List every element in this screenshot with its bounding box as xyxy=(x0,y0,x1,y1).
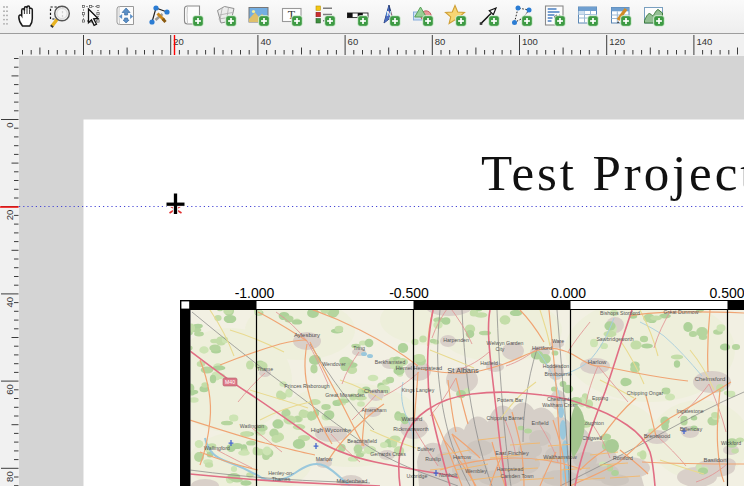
svg-text:Kings Langley: Kings Langley xyxy=(402,387,435,393)
svg-text:Harlow: Harlow xyxy=(588,359,607,365)
svg-text:0.500: 0.500 xyxy=(709,285,744,301)
svg-text:Test Project: Test Project xyxy=(481,145,744,201)
svg-text:Hoddesdon: Hoddesdon xyxy=(543,363,570,369)
svg-text:East Finchley: East Finchley xyxy=(495,450,529,456)
svg-text:St Albans: St Albans xyxy=(447,366,479,375)
svg-text:Tring: Tring xyxy=(353,345,365,351)
svg-text:Princes Risborough: Princes Risborough xyxy=(284,383,329,389)
svg-text:Waltham Cross: Waltham Cross xyxy=(542,402,578,408)
svg-text:20: 20 xyxy=(4,210,15,221)
svg-text:City: City xyxy=(496,346,505,352)
svg-text:Billericay: Billericay xyxy=(680,426,703,432)
svg-text:Gerrards Cross: Gerrards Cross xyxy=(370,451,406,457)
svg-text:Chipping Barnet: Chipping Barnet xyxy=(486,415,524,421)
svg-text:60: 60 xyxy=(4,384,15,395)
svg-text:Camden Town: Camden Town xyxy=(500,473,533,479)
svg-text:Wallingford: Wallingford xyxy=(204,445,230,451)
svg-text:N: N xyxy=(386,10,391,17)
svg-text:Broxbourne: Broxbourne xyxy=(545,371,572,377)
svg-text:M40: M40 xyxy=(225,379,235,385)
svg-text:Great Missenden: Great Missenden xyxy=(325,392,365,398)
svg-text:Beaconsfield: Beaconsfield xyxy=(347,438,377,444)
svg-text:0: 0 xyxy=(86,36,91,47)
svg-text:Basildon: Basildon xyxy=(703,457,726,463)
svg-text:Bushey: Bushey xyxy=(417,446,435,452)
svg-text:Amersham: Amersham xyxy=(361,407,386,413)
svg-text:Potters Bar: Potters Bar xyxy=(497,397,523,403)
svg-text:100: 100 xyxy=(522,36,538,47)
svg-text:Wendover: Wendover xyxy=(322,361,346,367)
svg-text:Marlow: Marlow xyxy=(316,456,333,462)
svg-text:Thames: Thames xyxy=(272,476,291,482)
svg-text:Chipping Ongar: Chipping Ongar xyxy=(627,390,664,396)
svg-text:Uxbridge: Uxbridge xyxy=(407,473,428,479)
svg-text:80: 80 xyxy=(4,471,15,482)
svg-text:Harpenden: Harpenden xyxy=(443,337,469,343)
svg-text:Aylesbury: Aylesbury xyxy=(294,332,320,338)
svg-text:Hatfield: Hatfield xyxy=(480,360,498,366)
svg-text:Bishops Stortford: Bishops Stortford xyxy=(600,310,640,316)
svg-text:Ware: Ware xyxy=(552,338,564,344)
svg-text:-0.500: -0.500 xyxy=(389,285,429,301)
svg-text:140: 140 xyxy=(696,36,712,47)
svg-text:80: 80 xyxy=(435,36,446,47)
svg-text:Romford: Romford xyxy=(613,455,633,461)
svg-text:High Wycombe: High Wycombe xyxy=(311,427,352,433)
svg-text:Chelmsford: Chelmsford xyxy=(695,376,726,382)
svg-text:Hemel Hempstead: Hemel Hempstead xyxy=(396,365,442,371)
svg-text:Sawbridgeworth: Sawbridgeworth xyxy=(596,336,633,342)
svg-text:Loughton: Loughton xyxy=(582,420,604,426)
svg-text:Maidenhead: Maidenhead xyxy=(337,478,368,484)
svg-text:40: 40 xyxy=(260,36,271,47)
svg-text:Chesham: Chesham xyxy=(364,388,388,394)
svg-text:Hertford: Hertford xyxy=(532,345,552,351)
svg-text:Chigwell: Chigwell xyxy=(582,435,602,441)
svg-text:Enfield: Enfield xyxy=(531,420,548,426)
svg-text:0.000: 0.000 xyxy=(551,285,586,301)
svg-text:Ruislip: Ruislip xyxy=(425,456,441,462)
svg-text:Brentwood: Brentwood xyxy=(644,433,671,439)
svg-text:Ingatestone: Ingatestone xyxy=(676,408,703,414)
svg-text:-1.000: -1.000 xyxy=(235,285,275,301)
svg-text:Thame: Thame xyxy=(257,366,273,372)
svg-text:Rickmansworth: Rickmansworth xyxy=(393,426,429,432)
svg-text:Wickford: Wickford xyxy=(721,440,741,446)
svg-text:120: 120 xyxy=(609,36,625,47)
svg-text:Watlington: Watlington xyxy=(240,423,264,429)
svg-text:Welwyn Garden: Welwyn Garden xyxy=(487,340,524,346)
svg-text:Northolt: Northolt xyxy=(439,472,458,478)
svg-text:Watford: Watford xyxy=(402,416,423,422)
svg-text:Berkhamsted: Berkhamsted xyxy=(375,359,406,365)
svg-text:60: 60 xyxy=(348,36,359,47)
svg-text:Epping: Epping xyxy=(592,395,608,401)
svg-text:Harrow: Harrow xyxy=(453,454,472,460)
svg-text:Hampstead: Hampstead xyxy=(497,466,524,472)
svg-text:0: 0 xyxy=(4,123,15,128)
svg-text:Wembley: Wembley xyxy=(465,468,487,474)
svg-text:40: 40 xyxy=(4,297,15,308)
